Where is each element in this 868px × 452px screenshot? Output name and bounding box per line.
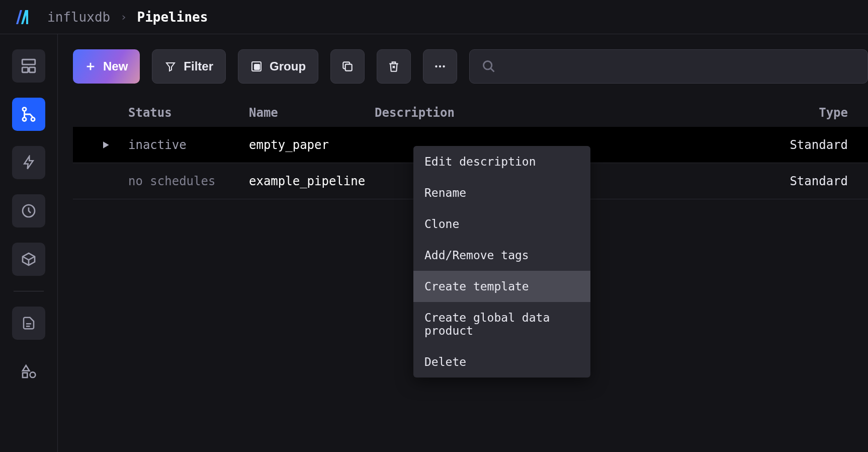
menu-item-add-remove-tags[interactable]: Add/Remove tags [413,240,590,271]
group-button[interactable]: Group [238,49,318,84]
type-cell: Standard [702,174,868,188]
sidebar [0,34,58,452]
new-button[interactable]: New [73,49,140,84]
cube-icon [21,251,37,267]
svg-rect-0 [22,59,35,64]
sidebar-item-dashboard[interactable] [12,49,45,83]
svg-rect-8 [23,373,27,378]
sidebar-item-schedules[interactable] [12,194,45,228]
run-button[interactable] [73,140,128,150]
app-logo[interactable] [12,6,34,28]
status-cell: inactive [128,138,249,152]
delete-button[interactable] [377,49,411,84]
svg-rect-1 [22,67,28,72]
menu-item-create-global-data-product[interactable]: Create global data product [413,302,590,346]
group-icon [250,60,263,72]
menu-item-create-template[interactable]: Create template [413,271,590,302]
col-name-header[interactable]: Name [249,106,375,120]
name-cell[interactable]: empty_paper [249,138,375,152]
more-horizontal-icon [433,60,447,73]
header: influxdb › Pipelines [0,0,868,34]
col-description-header[interactable]: Description [375,106,702,120]
svg-point-4 [23,117,26,121]
sidebar-item-triggers[interactable] [12,146,45,179]
col-status-header[interactable]: Status [128,106,249,120]
play-icon [101,140,111,150]
status-cell: no schedules [128,174,249,188]
menu-item-edit-description[interactable]: Edit description [413,146,590,177]
bolt-icon [21,155,36,170]
menu-item-rename[interactable]: Rename [413,177,590,208]
svg-point-13 [439,65,441,67]
svg-rect-11 [345,64,352,71]
more-button[interactable] [423,49,457,84]
search-input[interactable] [469,49,868,84]
context-menu: Edit description Rename Clone Add/Remove… [413,146,590,378]
menu-item-delete[interactable]: Delete [413,346,590,378]
svg-point-14 [443,65,445,67]
filter-button-label: Filter [184,59,213,73]
sidebar-item-shapes[interactable] [12,355,45,388]
breadcrumb: influxdb › Pipelines [47,10,208,25]
table-header: Status Name Description Type [73,99,868,127]
new-button-label: New [103,59,128,73]
sidebar-item-files[interactable] [12,307,45,340]
trash-icon [387,60,400,73]
breadcrumb-project[interactable]: influxdb [47,10,110,25]
filter-icon [164,60,177,72]
svg-point-7 [30,372,36,378]
plus-icon [85,61,96,72]
shapes-icon [21,363,37,380]
grid-icon [20,57,37,74]
copy-button[interactable] [330,49,365,84]
pipeline-icon [20,106,37,123]
svg-rect-2 [29,67,35,72]
logo-icon [13,7,33,27]
menu-item-clone[interactable]: Clone [413,208,590,240]
name-cell[interactable]: example_pipeline [249,174,375,188]
clock-icon [21,203,37,219]
sidebar-item-packages[interactable] [12,243,45,276]
breadcrumb-current: Pipelines [137,10,208,25]
search-icon [482,59,496,73]
filter-button[interactable]: Filter [152,49,226,84]
col-run-header [73,106,128,120]
sidebar-divider [14,291,44,291]
svg-point-3 [23,108,26,111]
group-button-label: Group [270,59,306,73]
copy-icon [341,60,354,73]
file-icon [21,316,36,331]
svg-point-5 [31,117,35,121]
sidebar-item-pipelines[interactable] [12,98,45,131]
svg-point-12 [435,65,437,67]
type-cell: Standard [702,138,868,152]
toolbar: New Filter Group [73,49,868,84]
svg-rect-10 [254,64,259,69]
col-type-header[interactable]: Type [702,106,868,120]
svg-point-15 [484,61,492,69]
chevron-right-icon: › [120,11,127,23]
